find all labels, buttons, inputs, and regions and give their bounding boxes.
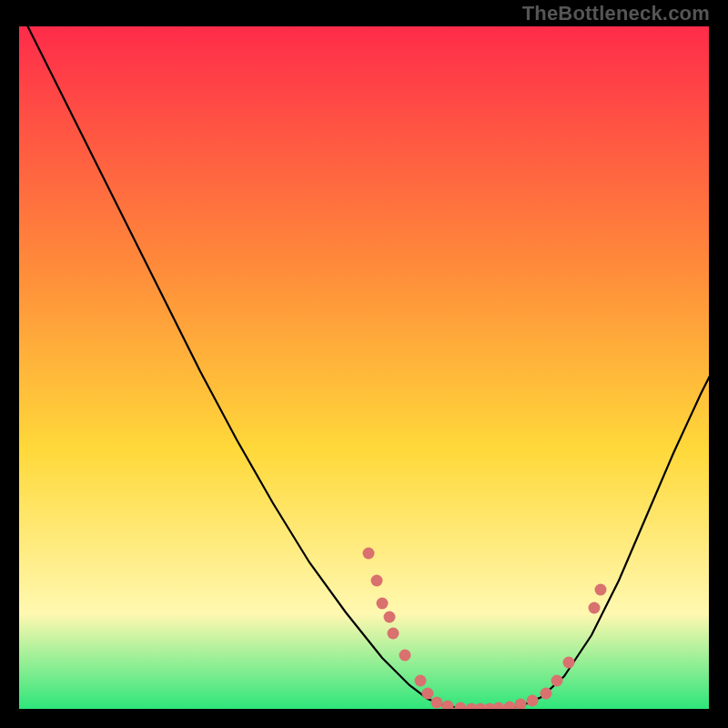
- sample-dot: [422, 688, 434, 700]
- sample-dot: [371, 575, 383, 587]
- chart-frame: TheBottleneck.com: [0, 0, 728, 728]
- sample-dot: [551, 675, 563, 687]
- sample-dot: [589, 602, 601, 614]
- sample-dot: [388, 628, 399, 640]
- sample-dot: [431, 697, 443, 709]
- sample-dot: [363, 548, 375, 560]
- sample-dot: [415, 675, 427, 687]
- plot-area: [18, 25, 710, 710]
- sample-dot: [377, 598, 389, 610]
- sample-dot: [595, 584, 607, 596]
- sample-dot: [563, 657, 575, 669]
- sample-dot: [399, 650, 411, 662]
- chart-svg: [18, 25, 710, 710]
- sample-dot: [527, 695, 539, 707]
- attribution-label: TheBottleneck.com: [522, 2, 710, 25]
- sample-dot: [541, 688, 552, 700]
- sample-dot: [515, 699, 527, 711]
- sample-dot: [384, 612, 396, 623]
